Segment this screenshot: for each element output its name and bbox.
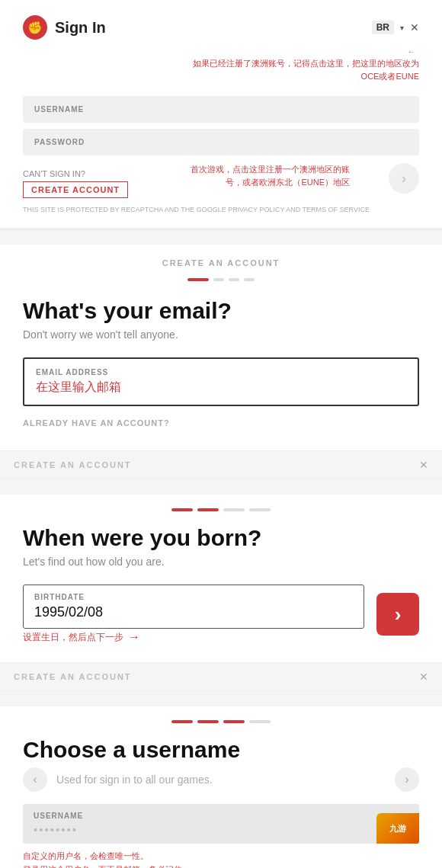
birthdate-arrow-icon: → [128,630,140,644]
section-bar-2: CREATE AN ACCOUNT ✕ [0,662,442,691]
jiuyou-badge: 九游 [376,813,419,844]
step-2 [213,278,224,281]
region-badge[interactable]: BR [372,21,394,34]
signin-footer: THIS SITE IS PROTECTED BY RECAPTCHA AND … [23,206,419,213]
birthdate-row: BIRTHDATE 1995/02/08 设置生日，然后点下一步 → › [23,585,419,644]
signin-topright: BR ▾ ✕ [372,21,419,34]
email-question-title: What's your email? [23,298,419,324]
email-input-label: EMAIL ADDRESS [36,368,406,376]
section-bar-title-1: CREATE AN ACCOUNT [14,460,132,469]
signin-logo-area: ✊ Sign In [23,15,106,40]
username-input-label: USERNAME [34,812,408,820]
username-forward-button[interactable]: › [395,767,419,792]
birthdate-value[interactable]: 1995/02/08 [34,604,353,620]
username-back-button[interactable]: ‹ [23,767,47,792]
bstep-2 [197,508,219,511]
birthdate-label: BIRTHDATE [34,593,353,601]
username-section: Choose a username ‹ Used for sign in to … [0,706,442,868]
bstep-3 [223,508,245,511]
username-step-indicator [23,720,419,723]
divider-2 [0,479,442,495]
create-account-header: CREATE AN ACCOUNT [23,258,419,267]
region-dropdown-icon[interactable]: ▾ [400,24,404,32]
annotation-region: 如果已经注册了澳洲账号，记得点击这里，把这里的地区改为OCE或者EUNE [175,57,419,82]
email-input-value[interactable]: 在这里输入邮箱 [36,380,406,396]
annotation-create: 首次游戏，点击这里注册一个澳洲地区的账号，或者欧洲东北（EUNE）地区 [182,163,350,188]
step-4 [244,278,255,281]
username-nav-row: ‹ Used for sign in to all our games. › [23,767,419,792]
username-annotation: 自定义的用户名，会检查唯一性。 登录用这个用户名，而不是邮箱，务必记住 [23,850,419,868]
signin-section: ✊ Sign In BR ▾ ✕ ← 如果已经注册了澳洲账号，记得点击这里，把这… [0,0,442,229]
divider-1 [0,229,442,245]
step-1 [187,278,209,281]
username-question-title: Choose a username [23,737,419,763]
signin-close-button[interactable]: ✕ [410,21,419,34]
signin-submit-button[interactable]: › [389,163,419,194]
next-arrow-icon: › [395,603,402,626]
signin-header: ✊ Sign In BR ▾ ✕ [23,15,419,40]
birth-subtitle: Let's find out how old you are. [23,556,419,568]
ustep-2 [197,720,219,723]
section-bar-close-2[interactable]: ✕ [419,671,428,683]
username-desc: Used for sign in to all our games. [56,774,386,786]
ustep-3 [223,720,245,723]
username-field[interactable]: USERNAME [23,96,419,123]
ustep-4 [249,720,271,723]
cant-signin-text: CAN'T SIGN IN? [23,169,128,178]
step-3 [229,278,239,281]
bstep-4 [249,508,271,511]
already-account-label: ALREADY HAVE AN ACCOUNT? [23,418,419,428]
password-field[interactable]: PASSWORD [23,129,419,155]
create-account-email-section: CREATE AN ACCOUNT What's your email? Don… [0,245,442,450]
section-bar-title-2: CREATE AN ACCOUNT [14,672,132,681]
section-bar-1: CREATE AN ACCOUNT ✕ [0,450,442,479]
email-input-field[interactable]: EMAIL ADDRESS 在这里输入邮箱 [23,357,419,406]
signin-title: Sign In [55,19,106,37]
birthdate-step-indicator [23,508,419,511]
email-step-indicator [23,278,419,281]
email-subtitle: Don't worry we won't tell anyone. [23,328,419,341]
bstep-1 [171,508,193,511]
birth-question-title: When were you born? [23,525,419,551]
username-input-value[interactable]: •••••••• [34,823,408,836]
fist-icon: ✊ [23,15,47,40]
password-label: PASSWORD [34,138,408,146]
ustep-1 [171,720,193,723]
username-label: USERNAME [34,105,408,114]
create-account-button[interactable]: CREATE ACCOUNT [23,181,128,198]
birthdate-input-field[interactable]: BIRTHDATE 1995/02/08 [23,585,364,629]
next-button[interactable]: › [376,593,419,636]
divider-3 [0,691,442,706]
birthdate-section: When were you born? Let's find out how o… [0,495,442,662]
section-bar-close-1[interactable]: ✕ [419,459,428,471]
username-input-field[interactable]: USERNAME •••••••• 九游 [23,804,419,844]
birthdate-annotation: 设置生日，然后点下一步 → [23,630,364,644]
